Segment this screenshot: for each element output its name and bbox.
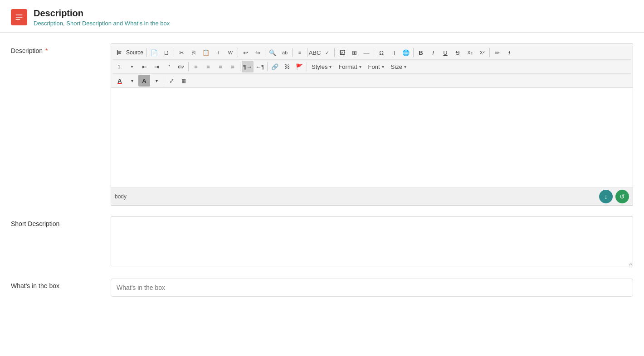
- sep3: [238, 48, 238, 57]
- rte-action-btn-2[interactable]: ↺: [615, 190, 629, 203]
- sep13: [267, 62, 268, 71]
- link-button[interactable]: 🔗: [269, 61, 281, 72]
- text-color-button[interactable]: A: [114, 75, 126, 87]
- short-description-row: Short Description: [11, 216, 633, 268]
- replace-button[interactable]: ab: [279, 47, 291, 58]
- remove-format2-button[interactable]: I: [503, 47, 515, 58]
- superscript-button[interactable]: X²: [476, 47, 488, 58]
- subscript-button[interactable]: X₂: [464, 47, 476, 58]
- page-subtitle: Description, Short Description and What'…: [34, 20, 170, 27]
- svg-rect-4: [118, 51, 122, 52]
- new-doc-button[interactable]: 📄: [148, 47, 160, 58]
- blockquote-button[interactable]: ": [163, 61, 175, 72]
- undo-button[interactable]: ↩: [239, 47, 251, 58]
- sep14: [307, 62, 307, 71]
- format-dropdown[interactable]: Format ▾: [335, 61, 364, 72]
- page-header: Description Description, Short Descripti…: [0, 0, 644, 33]
- image-button[interactable]: 🖼: [336, 47, 348, 58]
- unlink-button[interactable]: ⛓: [281, 61, 293, 72]
- italic-button[interactable]: I: [427, 47, 439, 58]
- paste-word-button[interactable]: W: [224, 47, 236, 58]
- sep8: [374, 48, 374, 57]
- short-description-control: [111, 216, 633, 268]
- whats-in-box-input[interactable]: [111, 279, 633, 297]
- sep7: [334, 48, 335, 57]
- special-char-button[interactable]: Ω: [376, 47, 387, 58]
- indent-button[interactable]: ⇥: [151, 61, 162, 72]
- table-button[interactable]: ⊞: [348, 47, 360, 58]
- align-justify-button[interactable]: ≡: [227, 61, 239, 72]
- short-description-label: Short Description: [11, 216, 111, 227]
- bg-color-button[interactable]: A: [138, 75, 150, 87]
- language-button[interactable]: 🌐: [400, 47, 412, 58]
- format-chevron: ▾: [359, 64, 361, 69]
- sep4: [265, 48, 265, 57]
- paste-text-button[interactable]: T: [212, 47, 224, 58]
- blocks-button[interactable]: ▦: [178, 75, 190, 87]
- sep15: [164, 76, 164, 85]
- rte-footer: body ↓ ↺: [111, 188, 633, 205]
- svg-rect-3: [117, 50, 118, 55]
- paste-button[interactable]: 📋: [200, 47, 212, 58]
- page-wrapper: Description Description, Short Descripti…: [0, 0, 644, 356]
- section-icon: [11, 9, 27, 25]
- align-center-button[interactable]: ≡: [202, 61, 214, 72]
- bold-button[interactable]: B: [415, 47, 427, 58]
- page-title: Description: [34, 7, 170, 19]
- sep10: [489, 48, 490, 57]
- sep2: [174, 48, 174, 57]
- size-chevron: ▾: [404, 64, 406, 69]
- unordered-list-button[interactable]: •: [126, 61, 138, 72]
- short-description-textarea[interactable]: [111, 216, 633, 266]
- copy-button[interactable]: ⎘: [188, 47, 200, 58]
- horizontal-rule-button[interactable]: —: [361, 47, 372, 58]
- rte-footer-left: body: [115, 193, 127, 200]
- ltr-button[interactable]: ¶→: [242, 61, 254, 72]
- svg-rect-6: [118, 53, 121, 54]
- spellcheck-button[interactable]: ABC: [309, 47, 321, 58]
- templates-button[interactable]: 🗋: [161, 47, 172, 58]
- div-button[interactable]: div: [175, 61, 187, 72]
- sep6: [307, 48, 307, 57]
- styles-dropdown[interactable]: Styles ▾: [308, 61, 335, 72]
- whats-in-box-control: [111, 279, 633, 297]
- outdent-button[interactable]: ⇤: [138, 61, 150, 72]
- sep1: [146, 48, 147, 57]
- strikethrough-button[interactable]: S: [452, 47, 463, 58]
- ordered-list-button[interactable]: 1.: [114, 61, 126, 72]
- font-dropdown[interactable]: Font ▾: [365, 61, 387, 72]
- toolbar-row-3: A ▾ A ▾ ⤢ ▦: [113, 74, 631, 87]
- underline-button[interactable]: U: [439, 47, 451, 58]
- bg-color-arrow[interactable]: ▾: [151, 75, 162, 87]
- toolbar-row-1: Source 📄 🗋 ✂ ⎘ 📋 T W ↩ ↪: [113, 46, 631, 60]
- sep9: [413, 48, 414, 57]
- find-button[interactable]: 🔍: [267, 47, 278, 58]
- rte-content-area[interactable]: [111, 88, 633, 188]
- anchor-button[interactable]: 🚩: [293, 61, 305, 72]
- source-label: Source: [126, 49, 143, 56]
- whats-in-box-row: What's in the box: [11, 279, 633, 297]
- align-left-button[interactable]: ≡: [190, 61, 202, 72]
- rte-body-tag: body: [115, 193, 127, 200]
- toolbar-row-2: 1. • ⇤ ⇥ " div ≡ ≡ ≡ ≡ ¶→: [113, 60, 631, 74]
- spellcheck2-button[interactable]: ✓: [321, 47, 333, 58]
- sep5: [292, 48, 293, 57]
- rtl-button[interactable]: ←¶: [254, 61, 266, 72]
- remove-format-button[interactable]: ✏: [491, 47, 503, 58]
- cut-button[interactable]: ✂: [176, 47, 187, 58]
- sep11: [188, 62, 189, 71]
- maximize-button[interactable]: ⤢: [166, 75, 177, 87]
- size-dropdown[interactable]: Size ▾: [388, 61, 410, 72]
- svg-rect-1: [16, 17, 23, 18]
- align-right-button[interactable]: ≡: [215, 61, 226, 72]
- rte-action-btn-1[interactable]: ↓: [599, 190, 613, 203]
- description-label: Description *: [11, 43, 111, 54]
- select-all-button[interactable]: ≡: [294, 47, 306, 58]
- description-control: Source 📄 🗋 ✂ ⎘ 📋 T W ↩ ↪: [111, 43, 633, 206]
- text-color-arrow[interactable]: ▾: [126, 75, 138, 87]
- iframe-button[interactable]: []: [388, 47, 400, 58]
- redo-button[interactable]: ↪: [252, 47, 263, 58]
- source-button[interactable]: [114, 47, 126, 58]
- whats-in-box-label: What's in the box: [11, 279, 111, 289]
- svg-rect-0: [16, 14, 23, 15]
